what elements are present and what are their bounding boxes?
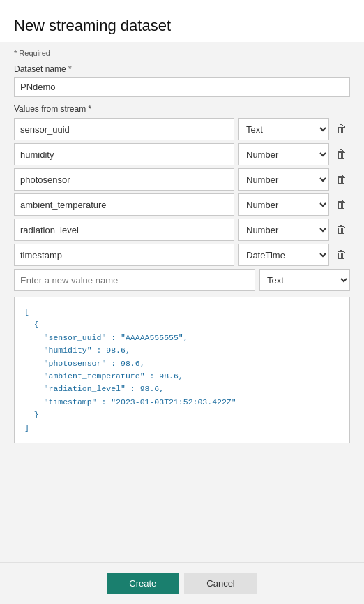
required-note: * Required	[14, 49, 350, 57]
value-type-select[interactable]: TextNumberDateTimeBoolean	[238, 219, 329, 241]
create-button[interactable]: Create	[107, 573, 179, 594]
value-type-select[interactable]: TextNumberDateTimeBoolean	[238, 193, 329, 216]
stream-row: TextNumberDateTimeBoolean🗑	[14, 143, 350, 165]
value-name-input[interactable]	[14, 118, 234, 140]
value-name-input[interactable]	[14, 143, 234, 165]
cancel-button[interactable]: Cancel	[184, 573, 257, 594]
panel-body: * Required Dataset name * Values from st…	[0, 42, 364, 562]
stream-row: TextNumberDateTimeBoolean🗑	[14, 244, 350, 266]
value-name-input[interactable]	[14, 193, 234, 216]
delete-row-button[interactable]: 🗑	[333, 198, 350, 212]
delete-row-button[interactable]: 🗑	[333, 248, 350, 262]
panel-header: New streaming dataset	[0, 0, 364, 42]
new-value-row: TextNumberDateTimeBoolean	[14, 269, 350, 291]
value-type-select[interactable]: TextNumberDateTimeBoolean	[238, 143, 329, 165]
value-type-select[interactable]: TextNumberDateTimeBoolean	[238, 244, 329, 266]
stream-row: TextNumberDateTimeBoolean🗑	[14, 219, 350, 241]
value-name-input[interactable]	[14, 219, 234, 241]
stream-rows: TextNumberDateTimeBoolean🗑TextNumberDate…	[14, 118, 350, 266]
stream-section: Values from stream * TextNumberDateTimeB…	[14, 104, 350, 291]
new-value-name-input[interactable]	[14, 269, 255, 291]
delete-row-button[interactable]: 🗑	[333, 122, 350, 136]
stream-row: TextNumberDateTimeBoolean🗑	[14, 193, 350, 216]
dataset-name-label: Dataset name *	[14, 64, 350, 74]
stream-row: TextNumberDateTimeBoolean🗑	[14, 118, 350, 140]
value-name-input[interactable]	[14, 168, 234, 191]
dataset-name-input[interactable]	[14, 77, 350, 97]
new-streaming-dataset-panel: New streaming dataset * Required Dataset…	[0, 0, 364, 604]
new-value-type-select[interactable]: TextNumberDateTimeBoolean	[259, 269, 350, 291]
stream-label: Values from stream *	[14, 104, 350, 114]
value-type-select[interactable]: TextNumberDateTimeBoolean	[238, 168, 329, 191]
delete-row-button[interactable]: 🗑	[333, 223, 350, 237]
delete-row-button[interactable]: 🗑	[333, 147, 350, 161]
panel-footer: Create Cancel	[0, 562, 364, 604]
delete-row-button[interactable]: 🗑	[333, 172, 350, 186]
value-type-select[interactable]: TextNumberDateTimeBoolean	[238, 118, 329, 140]
panel-title: New streaming dataset	[14, 17, 350, 35]
stream-row: TextNumberDateTimeBoolean🗑	[14, 168, 350, 191]
value-name-input[interactable]	[14, 244, 234, 266]
json-preview: [ { "sensor_uuid" : "AAAAA555555", "humi…	[14, 297, 350, 443]
